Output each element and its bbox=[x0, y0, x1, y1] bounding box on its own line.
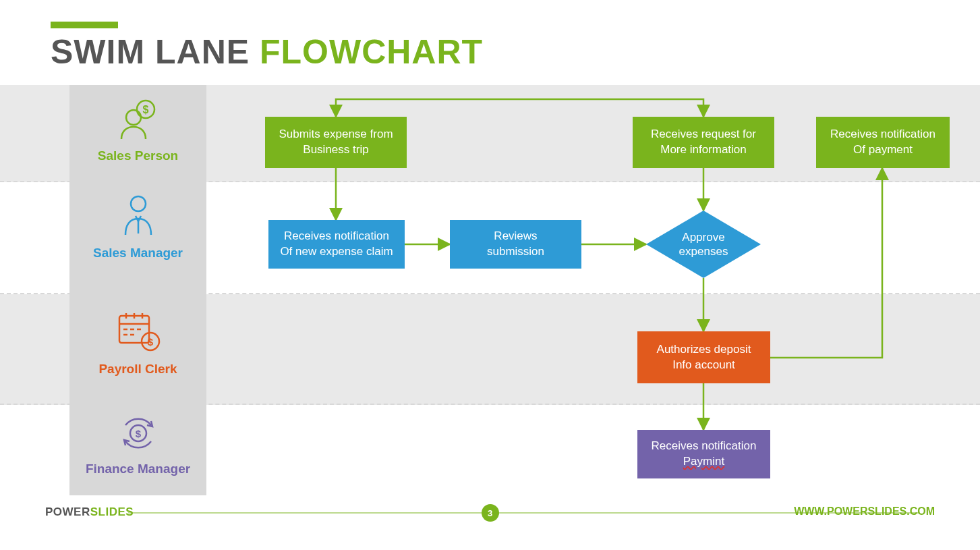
role-label: Sales Manager bbox=[69, 246, 206, 260]
box-receive-request: Receives request forMore information bbox=[633, 117, 774, 168]
role-label: Payroll Clerk bbox=[69, 362, 206, 377]
title-part-1: SWIM LANE bbox=[51, 33, 260, 71]
role-label: Sales Person bbox=[69, 148, 206, 163]
text-line: Approve bbox=[682, 231, 724, 244]
brand-logo-text: POWERSLIDES bbox=[45, 505, 134, 519]
text-line: Submits expense from bbox=[279, 128, 393, 140]
svg-point-0 bbox=[126, 110, 141, 125]
page-title: SWIM LANE FLOWCHART bbox=[51, 32, 483, 72]
box-submit-expense: Submits expense fromBusiness trip bbox=[265, 117, 407, 168]
text-line: Receives notification bbox=[284, 229, 389, 242]
finance-cycle-icon: $ bbox=[115, 412, 162, 455]
text-line: Of new expense claim bbox=[280, 245, 393, 258]
slide-footer: POWERSLIDES 3 WWW.POWERSLIDES.COM bbox=[0, 496, 980, 550]
text-line: expenses bbox=[679, 245, 728, 258]
brand-part-1: POWER bbox=[45, 505, 90, 518]
text-line: Info account bbox=[672, 358, 735, 371]
role-sales-person: $ Sales Person bbox=[69, 97, 206, 163]
role-sales-manager: Sales Manager bbox=[69, 193, 206, 260]
box-review-submission: Reviewssubmission bbox=[450, 220, 581, 269]
box-receive-new-claim: Receives notificationOf new expense clai… bbox=[268, 220, 405, 269]
svg-point-3 bbox=[131, 196, 146, 211]
brand-part-2: SLIDES bbox=[90, 505, 134, 518]
manager-icon bbox=[117, 193, 159, 239]
text-line: Receives notification bbox=[652, 439, 757, 452]
text-line: More information bbox=[660, 143, 747, 156]
role-finance-manager: $ Finance Manager bbox=[69, 412, 206, 476]
title-part-2: FLOWCHART bbox=[260, 33, 483, 71]
text-line: Reviews bbox=[494, 229, 537, 242]
text-line: Receives notification bbox=[830, 128, 935, 140]
slide: SWIM LANE FLOWCHART $ Sales Person bbox=[0, 0, 980, 550]
box-receive-paymint: Receives notificationPaymint bbox=[637, 430, 770, 478]
role-payroll-clerk: $ Payroll Clerk bbox=[69, 308, 206, 377]
calendar-money-icon: $ bbox=[114, 308, 163, 355]
text-line-misspelled: Paymint bbox=[683, 455, 724, 468]
text-line: Receives request for bbox=[651, 128, 756, 140]
svg-text:$: $ bbox=[147, 336, 153, 348]
text-line: Business trip bbox=[303, 143, 368, 156]
text-line: Of payment bbox=[853, 143, 913, 156]
role-label: Finance Manager bbox=[69, 462, 206, 476]
svg-text:$: $ bbox=[142, 104, 148, 115]
lane-header-column: $ Sales Person Sales Manager $ Payro bbox=[69, 85, 206, 495]
svg-text:$: $ bbox=[135, 428, 141, 439]
footer-url: WWW.POWERSLIDES.COM bbox=[794, 505, 935, 518]
title-accent-bar bbox=[51, 22, 118, 28]
box-receive-payment-notif: Receives notificationOf payment bbox=[816, 117, 950, 168]
decision-approve-expenses: Approveexpenses bbox=[646, 211, 761, 278]
box-authorize-deposit: Authorizes depositInfo account bbox=[637, 331, 770, 383]
text-line: submission bbox=[487, 245, 544, 258]
text-line: Authorizes deposit bbox=[657, 343, 751, 356]
person-money-icon: $ bbox=[115, 97, 162, 142]
page-number-badge: 3 bbox=[482, 504, 499, 522]
